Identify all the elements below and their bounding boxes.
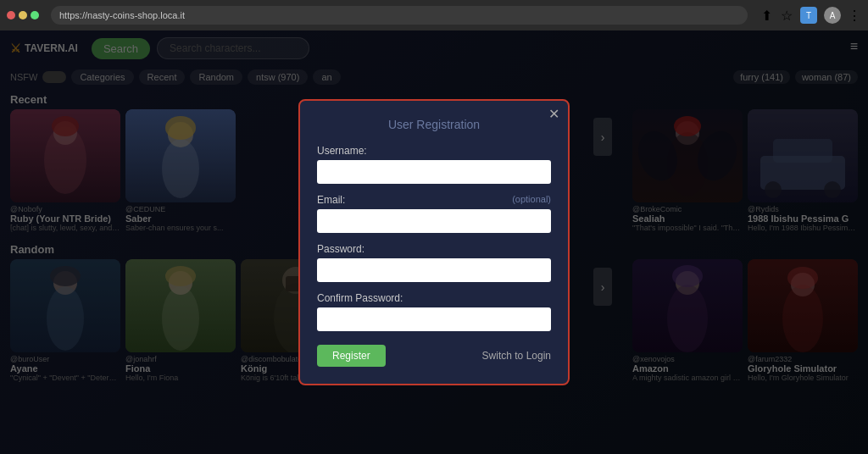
email-input[interactable] xyxy=(317,209,551,233)
username-label: Username: xyxy=(317,145,551,157)
extension-icon[interactable]: T xyxy=(800,7,817,24)
password-group: Password: xyxy=(317,243,551,282)
username-group: Username: xyxy=(317,145,551,184)
share-icon[interactable]: ⬆ xyxy=(760,8,773,22)
form-actions: Register Switch to Login xyxy=(317,345,551,367)
registration-modal: User Registration ✕ Username: Email: (op… xyxy=(298,99,570,385)
modal-close-button[interactable]: ✕ xyxy=(548,108,559,121)
browser-menu-icon[interactable]: ⋮ xyxy=(848,8,861,22)
url-text: https://nasty-coins-shop.loca.it xyxy=(59,10,185,20)
modal-overlay: User Registration ✕ Username: Email: (op… xyxy=(0,30,868,454)
browser-icons: ⬆ ☆ T A ⋮ xyxy=(760,7,861,24)
email-group: Email: (optional) xyxy=(317,194,551,233)
email-optional: (optional) xyxy=(512,194,551,206)
confirm-password-label: Confirm Password: xyxy=(317,292,551,304)
close-window-dot[interactable] xyxy=(7,11,15,19)
user-avatar[interactable]: A xyxy=(824,7,841,24)
password-label: Password: xyxy=(317,243,551,255)
username-input[interactable] xyxy=(317,160,551,184)
star-icon[interactable]: ☆ xyxy=(780,8,793,22)
email-label: Email: (optional) xyxy=(317,194,551,206)
confirm-password-input[interactable] xyxy=(317,307,551,331)
window-controls xyxy=(7,11,39,19)
register-button[interactable]: Register xyxy=(317,345,386,367)
browser-chrome: https://nasty-coins-shop.loca.it ⬆ ☆ T A… xyxy=(0,0,868,30)
url-bar[interactable]: https://nasty-coins-shop.loca.it xyxy=(51,6,748,25)
maximize-window-dot[interactable] xyxy=(31,11,39,19)
switch-to-login-button[interactable]: Switch to Login xyxy=(482,350,551,362)
password-input[interactable] xyxy=(317,258,551,282)
minimize-window-dot[interactable] xyxy=(19,11,27,19)
app-container: ⚔ TAVERN.AI Search ≡ NSFW Categories Rec… xyxy=(0,30,868,454)
modal-title: User Registration xyxy=(317,118,551,131)
confirm-password-group: Confirm Password: xyxy=(317,292,551,331)
